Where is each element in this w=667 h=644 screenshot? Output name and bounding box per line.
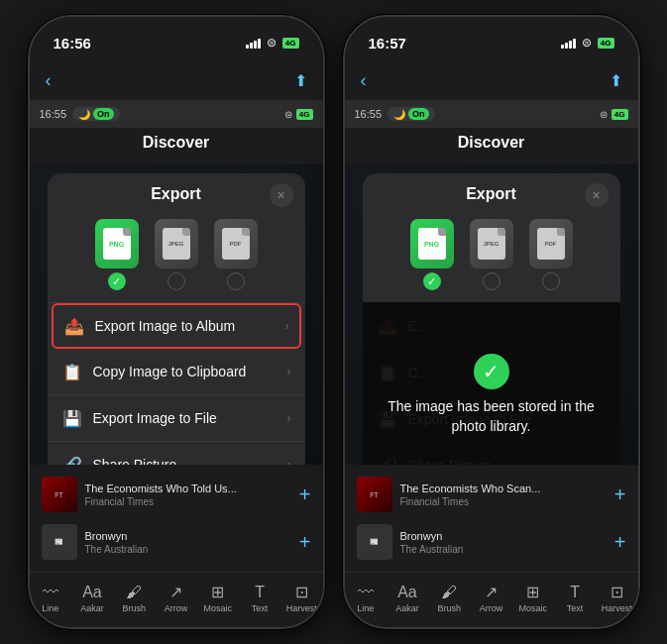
modal-close-left[interactable]: ×	[270, 183, 293, 207]
toolbar-aakar-right[interactable]: Aa Aakar	[389, 584, 425, 613]
battery-badge-right: 4G	[598, 38, 614, 49]
share-button-left[interactable]: ⬆	[294, 71, 307, 90]
aakar-label: Aakar	[80, 603, 104, 613]
text-label-right: Text	[567, 603, 584, 613]
article-plus-1-right[interactable]: +	[614, 532, 626, 552]
pdf-check-left	[227, 272, 245, 290]
article-item-0-right[interactable]: FT The Economists Who Scan... Financial …	[345, 471, 638, 518]
in-app-right-icons-right: ⊜ 4G	[600, 109, 628, 120]
in-app-status-left: 16:55 🌙 On ⊜ 4G	[30, 100, 323, 128]
modal-header-right: Export ×	[363, 173, 620, 211]
in-app-status-right: 16:55 🌙 On ⊜ 4G	[345, 100, 638, 128]
format-row-right: PNG ✓ JPEG PDF	[363, 211, 620, 302]
mosaic-icon: ⊞	[206, 584, 230, 601]
modal-title-right: Export	[466, 185, 516, 203]
text-icon: T	[248, 584, 272, 601]
article-title-1-left: Bronwyn	[85, 529, 291, 543]
toolbar-harvest-right[interactable]: ⊡ Harvest	[599, 584, 634, 613]
harvest-icon: ⊡	[289, 584, 313, 601]
line-label: Line	[42, 603, 58, 613]
article-item-0-left[interactable]: FT The Economists Who Told Us... Financi…	[30, 471, 323, 518]
aakar-label-right: Aakar	[395, 603, 419, 613]
format-png-right[interactable]: PNG ✓	[410, 219, 454, 290]
export-to-album-item[interactable]: 📤 Export Image to Album ›	[52, 303, 301, 349]
article-list-right: FT The Economists Who Scan... Financial …	[345, 465, 638, 572]
success-check-icon: ✓	[474, 354, 509, 389]
export-file-label: Export Image to File	[93, 410, 278, 426]
toolbar-line-left[interactable]: 〰 Line	[33, 584, 68, 613]
moon-icon-right: 🌙	[393, 109, 405, 120]
modal-close-right[interactable]: ×	[585, 183, 609, 207]
toolbar-brush-left[interactable]: 🖌 Brush	[116, 584, 152, 613]
article-title-0-right: The Economists Who Scan...	[400, 482, 607, 495]
dark-mode-toggle-right[interactable]: 🌙 On	[388, 107, 435, 121]
png-icon-right: PNG	[410, 219, 454, 268]
modal-box-left: Export × PNG ✓	[48, 173, 305, 465]
in-app-battery-right: 4G	[611, 109, 628, 120]
arrow-icon-right: ↗	[479, 584, 502, 601]
pdf-icon-left: PDF	[214, 219, 258, 268]
phones-container: 16:56 ⊜ 4G ‹ ⬆ 16:55 🌙 On ⊜ 4G	[18, 5, 650, 639]
toolbar-line-right[interactable]: 〰 Line	[348, 584, 384, 613]
article-plus-0-left[interactable]: +	[299, 484, 311, 504]
share-picture-chevron: ›	[287, 458, 291, 465]
format-pdf-left[interactable]: PDF	[214, 219, 258, 290]
format-png-left[interactable]: PNG ✓	[95, 219, 139, 290]
export-album-icon: 📤	[63, 315, 85, 337]
moon-icon: 🌙	[78, 109, 90, 120]
copy-clipboard-item[interactable]: 📋 Copy Image to Clipboard ›	[48, 349, 305, 395]
article-plus-1-left[interactable]: +	[299, 532, 311, 552]
toolbar-aakar-left[interactable]: Aa Aakar	[74, 584, 110, 613]
nav-bar-right: ‹ ⬆	[345, 60, 638, 100]
format-row-left: PNG ✓ JPEG	[48, 211, 305, 302]
pdf-check-right	[542, 272, 560, 290]
format-jpeg-right[interactable]: JPEG	[470, 219, 513, 290]
status-icons-left: ⊜ 4G	[246, 36, 299, 50]
toolbar-mosaic-left[interactable]: ⊞ Mosaic	[200, 584, 236, 613]
harvest-label-right: Harvest	[602, 603, 632, 613]
format-jpeg-left[interactable]: JPEG	[155, 219, 198, 290]
brush-label: Brush	[122, 603, 146, 613]
back-button-right[interactable]: ‹	[361, 70, 367, 91]
battery-badge-left: 4G	[282, 38, 299, 49]
article-info-1-right: Bronwyn The Australian	[400, 529, 607, 554]
jpeg-icon-right: JPEG	[470, 219, 513, 268]
article-title-1-right: Bronwyn	[400, 529, 607, 543]
toolbar-arrow-right[interactable]: ↗ Arrow	[473, 584, 508, 613]
toolbar-brush-right[interactable]: 🖌 Brush	[431, 584, 467, 613]
export-to-file-item[interactable]: 💾 Export Image to File ›	[48, 395, 305, 442]
dark-mode-toggle-left[interactable]: 🌙 On	[72, 107, 120, 121]
article-plus-0-right[interactable]: +	[614, 484, 626, 504]
export-album-label: Export Image to Album	[95, 318, 276, 334]
toolbar-mosaic-right[interactable]: ⊞ Mosaic	[515, 584, 551, 613]
mosaic-label-right: Mosaic	[519, 603, 548, 613]
share-picture-item[interactable]: 🔗 Share Picture ›	[48, 442, 305, 465]
article-source-1-left: The Australian	[85, 544, 291, 555]
brush-icon-right: 🖌	[437, 584, 461, 601]
toolbar-arrow-left[interactable]: ↗ Arrow	[158, 584, 193, 613]
article-list-left: FT The Economists Who Told Us... Financi…	[30, 465, 323, 572]
back-button-left[interactable]: ‹	[46, 70, 52, 91]
article-info-0-right: The Economists Who Scan... Financial Tim…	[400, 482, 607, 506]
signal-icon	[246, 37, 261, 49]
wifi-icon-right: ⊜	[582, 36, 592, 50]
status-bar-right: 16:57 ⊜ 4G	[345, 17, 638, 60]
export-file-icon: 💾	[61, 407, 83, 429]
toolbar-text-left[interactable]: T Text	[242, 584, 278, 613]
toolbar-harvest-left[interactable]: ⊡ Harvest	[283, 584, 319, 613]
toolbar-text-right[interactable]: T Text	[557, 584, 593, 613]
article-info-1-left: Bronwyn The Australian	[85, 529, 291, 554]
article-thumb-1-right: 📰	[357, 524, 392, 560]
text-label: Text	[252, 603, 269, 613]
share-button-right[interactable]: ⬆	[610, 71, 622, 90]
harvest-icon-right: ⊡	[605, 584, 628, 601]
article-info-0-left: The Economists Who Told Us... Financial …	[85, 482, 291, 506]
harvest-label: Harvest	[286, 603, 317, 613]
status-bar-left: 16:56 ⊜ 4G	[30, 17, 323, 60]
format-pdf-right[interactable]: PDF	[529, 219, 573, 290]
status-icons-right: ⊜ 4G	[561, 36, 614, 50]
article-item-1-left[interactable]: 📰 Bronwyn The Australian +	[30, 518, 323, 566]
mosaic-label: Mosaic	[204, 603, 233, 613]
wifi-icon: ⊜	[267, 36, 277, 50]
article-item-1-right[interactable]: 📰 Bronwyn The Australian +	[345, 518, 638, 566]
